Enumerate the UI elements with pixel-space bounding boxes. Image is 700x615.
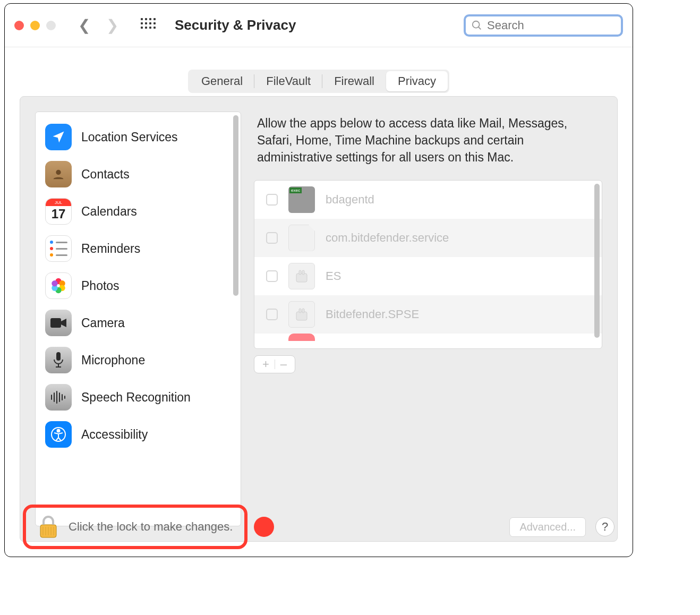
app-checkbox[interactable]: [266, 194, 278, 206]
sidebar-scrollbar[interactable]: [233, 115, 238, 296]
category-label: Camera: [81, 316, 125, 330]
calendar-icon: JUL 17: [45, 198, 72, 225]
accessibility-icon: [45, 421, 72, 448]
close-window-button[interactable]: [14, 21, 24, 30]
category-label: Contacts: [81, 167, 130, 182]
reminders-icon: [45, 235, 72, 262]
photos-icon: [45, 272, 72, 299]
microphone-icon: [45, 347, 72, 373]
content-area: General FileVault Firewall Privacy Locat…: [5, 47, 633, 557]
search-icon: [471, 20, 483, 31]
app-name: com.bitdefender.service: [326, 231, 449, 245]
advanced-button[interactable]: Advanced...: [509, 517, 586, 537]
remove-button[interactable]: –: [280, 357, 287, 371]
svg-rect-25: [299, 309, 301, 313]
annotation-dot: [254, 517, 274, 537]
category-label: Calendars: [81, 204, 137, 219]
lock-area-highlight[interactable]: Click the lock to make changes.: [23, 505, 247, 549]
category-reminders[interactable]: Reminders: [42, 230, 236, 267]
svg-point-0: [473, 21, 480, 28]
location-icon: [45, 124, 72, 150]
privacy-panel: Location Services Contacts JUL 17 Cal: [20, 96, 618, 542]
svg-rect-26: [302, 309, 304, 313]
app-row-es[interactable]: ES: [254, 257, 602, 295]
privacy-category-list: Location Services Contacts JUL 17 Cal: [35, 112, 241, 526]
tab-general[interactable]: General: [190, 71, 254, 91]
help-button[interactable]: ?: [595, 517, 614, 536]
camera-icon: [45, 310, 72, 336]
show-all-icon[interactable]: [141, 18, 156, 33]
tab-privacy[interactable]: Privacy: [386, 71, 448, 91]
svg-rect-10: [56, 352, 61, 361]
svg-rect-23: [302, 270, 304, 275]
add-remove-control: + –: [254, 355, 295, 373]
plugin-icon: [288, 301, 315, 328]
category-camera[interactable]: Camera: [42, 304, 236, 341]
category-label: Photos: [81, 279, 119, 293]
category-calendars[interactable]: JUL 17 Calendars: [42, 193, 236, 230]
window-title: Security & Privacy: [175, 17, 296, 33]
add-button[interactable]: +: [262, 357, 269, 371]
minimize-window-button[interactable]: [30, 21, 40, 30]
app-row-bitdefender-service[interactable]: com.bitdefender.service: [254, 219, 602, 257]
app-list: bdagentd com.bitdefender.service ES: [254, 180, 602, 349]
app-name: Bitdefender.SPSE: [326, 308, 419, 321]
category-contacts[interactable]: Contacts: [42, 156, 236, 193]
category-microphone[interactable]: Microphone: [42, 341, 236, 379]
category-speech-recognition[interactable]: Speech Recognition: [42, 379, 236, 416]
contacts-icon: [45, 161, 72, 187]
app-name: bdagentd: [326, 193, 374, 207]
document-icon: [288, 225, 315, 251]
svg-rect-24: [296, 312, 307, 320]
svg-rect-21: [296, 274, 307, 282]
app-row-bitdefender-spse[interactable]: Bitdefender.SPSE: [254, 295, 602, 334]
category-accessibility[interactable]: Accessibility: [42, 416, 236, 453]
back-button[interactable]: ❮: [78, 16, 90, 34]
svg-rect-22: [299, 270, 301, 275]
app-checkbox[interactable]: [266, 270, 278, 282]
svg-rect-9: [50, 318, 61, 328]
category-label: Reminders: [81, 242, 140, 256]
window-controls: [14, 21, 56, 30]
tab-filevault[interactable]: FileVault: [254, 71, 322, 91]
svg-point-8: [52, 280, 57, 286]
app-row-bdagentd[interactable]: bdagentd: [254, 181, 602, 219]
search-input[interactable]: [487, 19, 616, 32]
category-location-services[interactable]: Location Services: [42, 118, 236, 156]
category-label: Location Services: [81, 130, 178, 144]
search-field[interactable]: [464, 14, 623, 37]
plugin-icon: [288, 263, 315, 289]
category-label: Microphone: [81, 353, 145, 368]
category-photos[interactable]: Photos: [42, 267, 236, 304]
lock-text: Click the lock to make changes.: [69, 520, 233, 534]
preferences-window: ❮ ❯ Security & Privacy General FileVault…: [4, 3, 633, 557]
lock-icon: [38, 515, 59, 539]
tab-bar: General FileVault Firewall Privacy: [188, 70, 449, 93]
svg-line-1: [479, 27, 481, 29]
category-label: Accessibility: [81, 428, 148, 442]
speech-icon: [45, 384, 72, 411]
forward-button: ❯: [106, 16, 118, 34]
svg-point-20: [57, 430, 60, 432]
tab-firewall[interactable]: Firewall: [322, 71, 386, 91]
app-row-partial: [254, 334, 602, 343]
svg-point-2: [56, 170, 61, 175]
app-checkbox[interactable]: [266, 232, 278, 244]
zoom-window-button: [46, 21, 56, 30]
full-disk-access-pane: Allow the apps below to access data like…: [254, 112, 602, 526]
app-name: ES: [326, 269, 341, 283]
footer: Click the lock to make changes. Advanced…: [5, 497, 633, 557]
app-list-scrollbar[interactable]: [594, 184, 600, 338]
app-checkbox[interactable]: [266, 309, 278, 320]
titlebar: ❮ ❯ Security & Privacy: [5, 4, 633, 47]
exec-icon: [288, 186, 315, 213]
nav-buttons: ❮ ❯: [78, 16, 118, 34]
category-label: Speech Recognition: [81, 390, 191, 405]
pane-description: Allow the apps below to access data like…: [254, 112, 602, 180]
